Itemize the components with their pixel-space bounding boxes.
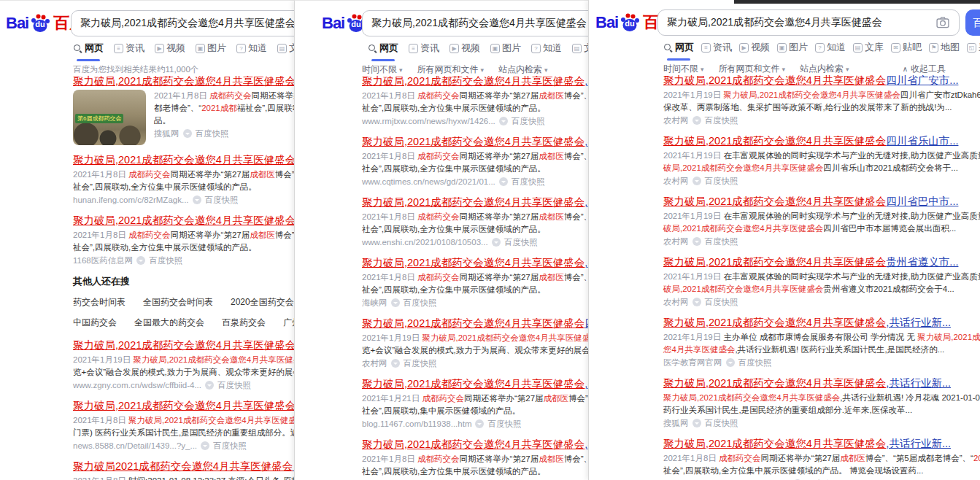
result-title-link[interactable]: 聚力破局,2021成都药交会邀您4月共享医健盛会,共话... xyxy=(73,398,294,413)
results-list: 聚力破局,2021成都药交会邀您4月共享医健盛会四川省广安市...2021年1月… xyxy=(663,73,977,480)
result-title-link[interactable]: 聚力破局,2021成都药交会邀您4月共享医健盛会四川省广安市... xyxy=(663,73,977,88)
result-snippet-line: 2021年1月19日 在丰富观展体验的同时实现学术与产业的无缝对接,助力医健产业… xyxy=(663,271,977,283)
tab-资讯[interactable]: ≡资讯 xyxy=(409,42,439,61)
result-title-link[interactable]: 聚力破局2021成都药交会邀您4月共享医健盛会 共话... xyxy=(73,459,294,473)
result-title-link[interactable]: 聚力破局,2021成都药交会邀您4月共享医健盛会四川省巴中市... xyxy=(663,194,977,209)
result-snippet-line: 2021年1月8日 成都药交会同期还将举办“第27届成都医博会”、“第5届成 xyxy=(73,169,294,181)
tab-图片[interactable]: ▣图片 xyxy=(196,42,226,61)
result-title-link[interactable]: 聚力破局,2021成都药交会邀您4月共享医健盛会,共话... xyxy=(362,255,589,270)
baidu-logo-bai: Bai xyxy=(322,14,344,33)
baidu-snapshot-link[interactable]: 百度快照 xyxy=(487,418,521,430)
snippet-segment: 成都医 xyxy=(840,454,865,462)
snippet-segment: 2021年1月8日 xyxy=(362,152,417,160)
snippet-segment: 成都医 xyxy=(539,152,564,160)
baidu-snapshot-link[interactable]: 百度快照 xyxy=(705,115,738,126)
tab-文库[interactable]: ▤文库 xyxy=(572,42,589,61)
baidu-snapshot-link[interactable]: 百度快照 xyxy=(705,175,738,187)
result-text-column: 2021年1月8日 成都药交会同期还将举办“第27届成都医博会”、“第5届成社会… xyxy=(362,453,589,480)
search-input[interactable] xyxy=(658,17,935,28)
result-title-link[interactable]: 聚力破局,2021成都药交会邀您4月共享医健盛会,共话... xyxy=(73,74,294,88)
result-title-link[interactable]: 聚力破局,2021成都药交会邀您4月共享医健盛会,共话... xyxy=(362,437,589,452)
baidu-snapshot-link[interactable]: 百度快照 xyxy=(149,255,182,266)
source-name: 1168医药信息网 xyxy=(73,255,133,266)
tab-网页[interactable]: 网页 xyxy=(73,42,104,61)
baidu-snapshot-link[interactable]: 百度快照 xyxy=(196,128,229,139)
search-input[interactable] xyxy=(72,18,294,29)
source-badge-icon xyxy=(391,359,400,368)
result-title-link[interactable]: 聚力破局,2021成都药交会邀您4月共享医健盛会,共话... xyxy=(362,74,589,88)
tab-文库[interactable]: ▤文库 xyxy=(277,42,294,61)
related-search-link[interactable]: 药交会时间表 xyxy=(73,296,126,309)
related-search-link[interactable]: 全国最大的药交会 xyxy=(134,317,204,329)
tab-知道[interactable]: ?知道 xyxy=(815,41,846,61)
result-title-link[interactable]: 聚力破局,2021成都药交会邀您4月共享医健盛会四川... xyxy=(362,316,589,330)
result-title-link[interactable]: 聚力破局,2021成都药交会邀您4月共享医健盛会,共话... xyxy=(73,152,294,167)
tab-地图[interactable]: ⚑地图 xyxy=(929,41,960,61)
baidu-snapshot-link[interactable]: 百度快照 xyxy=(512,176,545,187)
result-title-link[interactable]: 聚力破局,2021成都药交会邀您4月共享医健盛会贵州省遵义市... xyxy=(663,255,977,269)
result-title-link[interactable]: 聚力破局,2021成都药交会邀您4月共享医健盛会,共话... xyxy=(362,195,589,209)
tab-label: 网页 xyxy=(675,41,694,54)
tab-知道[interactable]: ?知道 xyxy=(236,42,267,61)
baidu-snapshot-link[interactable]: 百度快照 xyxy=(504,236,538,248)
related-search-link[interactable]: 中国药交会 xyxy=(73,317,117,329)
baidu-snapshot-link[interactable]: 百度快照 xyxy=(705,296,738,308)
result-snippet-line: 保改革、两票制落地、集采扩围等政策不断,给行业的发展带来了新的挑战!为... xyxy=(663,101,977,114)
tab-图片[interactable]: ▣图片 xyxy=(490,42,521,61)
related-search-link[interactable]: 2020全国药交会 xyxy=(231,296,294,309)
result-title-link[interactable]: 聚力破局,2021成都药交会邀您4月共享医健盛会,共话... xyxy=(362,134,589,149)
result-title-link[interactable]: 聚力破局,2021成都药交会邀您4月共享医健盛会四川省乐山市... xyxy=(663,133,977,148)
result-title-link[interactable]: 聚力破局,2021成都药交会邀您4月共享医健盛会,共话... xyxy=(362,376,589,391)
result-title-link[interactable]: 聚力破局,2021成都药交会邀您4月共享医健盛会,共话行业新... xyxy=(663,376,977,390)
tab-label: 视频 xyxy=(166,42,185,55)
baidu-logo-du: du xyxy=(351,20,360,28)
tab-资讯[interactable]: ≡资讯 xyxy=(701,41,732,61)
related-search-link[interactable]: 全国药交会时间表 xyxy=(143,296,213,309)
tab-视频[interactable]: ▶视频 xyxy=(739,41,770,61)
tab-网页[interactable]: 网页 xyxy=(368,42,398,61)
related-searches-row: 中国药交会全国最大的药交会百泉药交会广州药交会2020 xyxy=(73,317,294,329)
camera-icon[interactable] xyxy=(935,15,950,30)
baidu-snapshot-link[interactable]: 百度快照 xyxy=(404,357,437,369)
tab-采购[interactable]: ◱采购 xyxy=(967,41,980,61)
tab-视频[interactable]: ▶视频 xyxy=(155,42,185,61)
baidu-snapshot-link[interactable]: 百度快照 xyxy=(217,379,251,391)
baidu-snapshot-link[interactable]: 百度快照 xyxy=(213,440,247,452)
result-title-highlight: 聚力破局,2021成都药交会邀您4月共享医健盛会 xyxy=(73,214,294,226)
result-title-highlight: 聚力破局,2021成都药交会邀您4月共享医健盛会 xyxy=(73,400,294,411)
result-snippet-line: 览+会议”融合发展的模式,致力于为展商、观众带来更好的展会效益。 成 xyxy=(362,344,589,357)
result-title-link[interactable]: 聚力破局,2021成都药交会邀您4月共享医健盛会云南... xyxy=(73,338,294,352)
related-search-link[interactable]: 百泉药交会 xyxy=(222,317,266,329)
tab-网页[interactable]: 网页 xyxy=(663,41,694,61)
baidu-snapshot-link[interactable]: 百度快照 xyxy=(404,297,437,309)
result-thumbnail[interactable]: 第6届成都药交会 xyxy=(73,90,146,145)
related-search-link[interactable]: 广州药交会2020 xyxy=(283,317,294,329)
tab-文库[interactable]: ▤文库 xyxy=(853,41,884,61)
baidu-snapshot-link[interactable]: 百度快照 xyxy=(205,194,239,206)
source-badge-icon xyxy=(692,237,701,246)
result-title-link[interactable]: 聚力破局,2021成都药交会邀您4月共享医健盛会,共话... xyxy=(73,213,294,228)
baidu-snapshot-link[interactable]: 百度快照 xyxy=(738,357,772,368)
source-badge-icon xyxy=(391,298,400,307)
result-title-highlight: 聚力破局,2021成都药交会邀您4月共享医健盛会 xyxy=(73,154,294,166)
search-input[interactable] xyxy=(363,18,589,29)
tab-贴吧[interactable]: ✉贴吧 xyxy=(891,41,922,61)
baidu-snapshot-link[interactable]: 百度快照 xyxy=(705,236,738,247)
snippet-segment: 2021年1月19日 xyxy=(663,333,723,341)
search-button[interactable]: 百度一下 xyxy=(965,9,980,36)
baidu-snapshot-link[interactable]: 百度快照 xyxy=(512,115,545,127)
baidu-snapshot-link[interactable]: 百度快照 xyxy=(705,417,738,429)
result-title-link[interactable]: 聚力破局,2021成都药交会邀您4月共享医健盛会,共话行业新... xyxy=(663,436,977,451)
tab-图片[interactable]: ▣图片 xyxy=(777,41,808,61)
result-title-link[interactable]: 聚力破局,2021成都药交会邀您4月共享医健盛会,共话行业新... xyxy=(663,315,977,330)
tab-资讯[interactable]: ≡资讯 xyxy=(114,42,144,61)
snippet-segment: 成都药交会 xyxy=(417,91,460,100)
snippet-segment: 同期还将举办“第27届 xyxy=(171,231,250,239)
result-body: 2021年1月8日 成都药交会同期还将举办“第27届成都医博会”、“第5届成社会… xyxy=(362,150,589,187)
snippet-segment: 社会”,四展联动,集中展示医健领域的产品。 xyxy=(362,406,520,415)
tab-知道[interactable]: ?知道 xyxy=(531,42,562,61)
question-icon: ? xyxy=(531,44,541,53)
result-source-line: 搜狐网百度快照 xyxy=(154,128,294,139)
chevron-down-icon: ▾ xyxy=(544,66,548,74)
tab-视频[interactable]: ▶视频 xyxy=(450,42,480,61)
